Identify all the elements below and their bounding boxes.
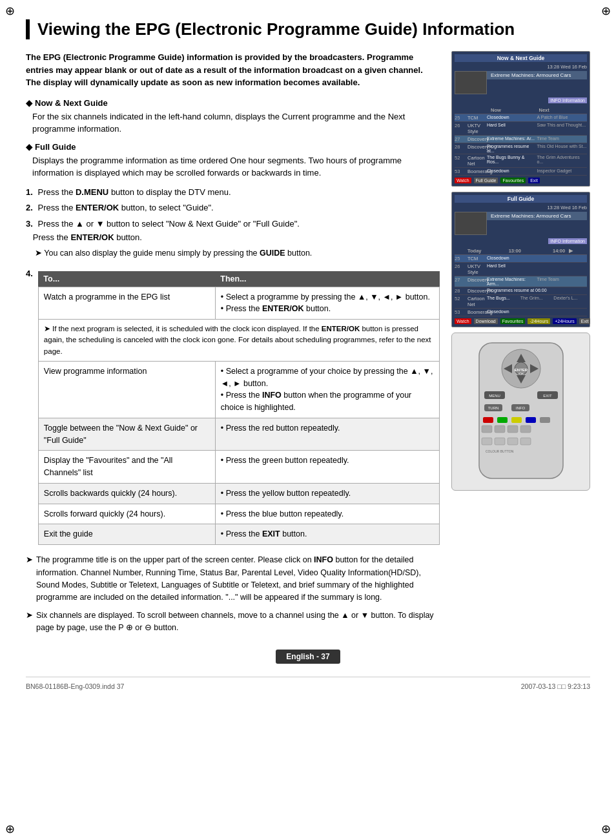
remote-container: ENTER /OK MENU EXIT TURN INFO [451,333,590,491]
reg-mark-tl: ⊕ [5,5,15,17]
cell-view-to: View programme information [38,361,215,418]
epg-now-next-title: Now & Next Guide [455,54,587,62]
remote-svg: ENTER /OK MENU EXIT TURN INFO [460,340,582,482]
bullet-title-2: Full Guide [26,142,440,152]
table-row-scheduling-note: ➤ If the next program is selected, it is… [38,320,439,362]
right-column: Now & Next Guide 13:28 Wed 16 Feb Extrem… [451,51,590,639]
bullet-full-guide: Full Guide Displays the programme inform… [26,142,440,179]
svg-rect-19 [511,417,522,423]
step-3: 3. Press the ▲ or ▼ button to select "No… [26,218,440,245]
svg-rect-23 [482,425,492,433]
epg-row-3: 27Discovery Extreme Machines: Ar...Time … [455,136,587,143]
cell-fav-then: • Press the green button repeatedly. [215,451,439,484]
svg-rect-30 [482,438,492,445]
col-then: Then... [215,271,439,287]
epg-instructions-table: To... Then... Watch a programme in the E… [38,271,440,546]
svg-text:MENU: MENU [489,394,500,398]
epg-row-2: 26UKTV Style Hard SellSaw This and Thoug… [455,122,587,136]
epg-full-row-1: 25TCM Closedown [455,255,587,263]
cell-back-to: Scrolls backwards quickly (24 hours). [38,483,215,504]
svg-rect-20 [526,417,536,423]
bullet-body-1: For the six channels indicated in the le… [32,110,440,136]
table-row-fwd: Scrolls forward quickly (24 hours). • Pr… [38,504,439,524]
footer-right: 2007-03-13 □□ 9:23:13 [521,682,590,690]
col-to: To... [38,271,215,287]
page-footer: BN68-01186B-Eng-0309.indd 37 2007-03-13 … [26,677,590,690]
epg-thumbnail [455,71,487,94]
epg-full-row-6: 53Boomerang Closedown [455,309,587,316]
footer-left: BN68-01186B-Eng-0309.indd 37 [26,682,124,690]
cell-exit-to: Exit the guide [38,524,215,545]
cell-toggle-then: • Press the red button repeatedly. [215,418,439,451]
svg-rect-17 [483,417,493,423]
footer-badge-area: English - 37 [26,650,590,664]
svg-text:/OK: /OK [518,372,524,376]
left-column: The EPG (Electronic Programme Guide) inf… [26,51,440,639]
epg-full-row-3: 27Discovery Extreme Machines: Arm...Time… [455,276,587,287]
svg-rect-29 [520,425,531,433]
steps-list: 1. Press the D.MENU button to display th… [26,186,440,260]
bottom-note-2: Six channels are displayed. To scroll be… [26,610,440,635]
reg-mark-tr: ⊕ [601,5,611,17]
epg-footer-1: Watch Full Guide Favourites Exit [455,178,587,183]
bullet-body-2: Displays the programme information as ti… [32,154,440,179]
epg-full-date: 13:28 Wed 16 Feb [455,205,587,210]
bullet-now-next: Now & Next Guide For the six channels in… [26,98,440,136]
cell-watch-to: Watch a programme in the EPG list [38,287,215,320]
svg-text:COLOUR BUTTON: COLOUR BUTTON [486,449,514,453]
svg-rect-33 [520,438,531,445]
epg-footer-2: Watch Download Favourites -24Hours +24Ho… [455,318,587,324]
table-row-exit: Exit the guide • Press the EXIT button. [38,524,439,545]
epg-full-screen: Full Guide 13:28 Wed 16 Feb Extreme Mach… [451,192,590,327]
svg-rect-32 [508,438,518,445]
bottom-note-1: The programme title is on the upper part… [26,554,440,604]
step-3-note: You can also display the guide menu simp… [35,247,440,260]
cell-back-then: • Press the yellow button repeatedly. [215,483,439,504]
reg-mark-bl: ⊕ [5,823,15,835]
epg-full-info-badge: INFO Information [455,238,587,245]
svg-rect-18 [497,417,508,423]
svg-rect-25 [495,425,505,433]
epg-now-next-date: 13:28 Wed 16 Feb [455,64,587,70]
epg-full-title: Full Guide [455,195,587,203]
scheduling-note-cell: ➤ If the next program is selected, it is… [38,320,439,362]
cell-watch-then: • Select a programme by pressing the ▲, … [215,287,439,320]
epg-info-badge-1: INFO Information [455,97,587,105]
bottom-notes: The programme title is on the upper part… [26,554,440,634]
svg-rect-27 [508,425,518,433]
step-1: 1. Press the D.MENU button to display th… [26,186,440,200]
cell-fwd-to: Scrolls forward quickly (24 hours). [38,504,215,524]
cell-view-then: • Select a programme of your choice by p… [215,361,439,418]
epg-now-next-screen: Now & Next Guide 13:28 Wed 16 Feb Extrem… [451,51,590,187]
svg-text:INFO: INFO [515,406,525,410]
table-row-back: Scrolls backwards quickly (24 hours). • … [38,483,439,504]
cell-fwd-then: • Press the blue button repeatedly. [215,504,439,524]
svg-rect-21 [540,417,550,423]
epg-row-5: 52Cartoon Net The Bugs Bunny & Ros...The… [455,154,587,168]
table-row-favourites: Display the "Favourites" and the "All Ch… [38,451,439,484]
epg-full-thumbnail [455,212,487,235]
bullet-title-1: Now & Next Guide [26,98,440,108]
svg-text:EXIT: EXIT [543,394,552,398]
step-4-label: 4. [26,269,33,278]
page-title: Viewing the EPG (Electronic Programme Gu… [37,19,590,39]
cell-exit-then: • Press the EXIT button. [215,524,439,545]
reg-mark-br: ⊕ [601,823,611,835]
table-row-watch: Watch a programme in the EPG list • Sele… [38,287,439,320]
epg-full-row-4: 28DiscoveryH. Programmes resume at 06:00 [455,287,587,295]
epg-full-row-5: 52Cartoon Net The Bugs...The Grim... Dex… [455,295,587,309]
cell-fav-to: Display the "Favourites" and the "All Ch… [38,451,215,484]
title-bar: Viewing the EPG (Electronic Programme Gu… [26,19,590,39]
english-badge: English - 37 [276,650,340,664]
cell-toggle-to: Toggle between the "Now & Next Guide" or… [38,418,215,451]
epg-row-1: 25TCM ClosedownA Patch of Blue [455,114,587,122]
step-2: 2. Press the ENTER/OK button, to select … [26,201,440,215]
intro-text: The EPG (Electronic Programme Guide) inf… [26,51,440,89]
epg-row-4: 28DiscoveryH. Programmes resume at...Thi… [455,143,587,154]
table-row-toggle: Toggle between the "Now & Next Guide" or… [38,418,439,451]
svg-text:TURN: TURN [488,406,498,410]
epg-full-row-2: 26UKTV Style Hard Sell [455,263,587,276]
table-row-view-info: View programme information • Select a pr… [38,361,439,418]
svg-rect-31 [495,438,505,445]
epg-row-6: 53Boomerang ClosedownInspector Gadget [455,168,587,176]
